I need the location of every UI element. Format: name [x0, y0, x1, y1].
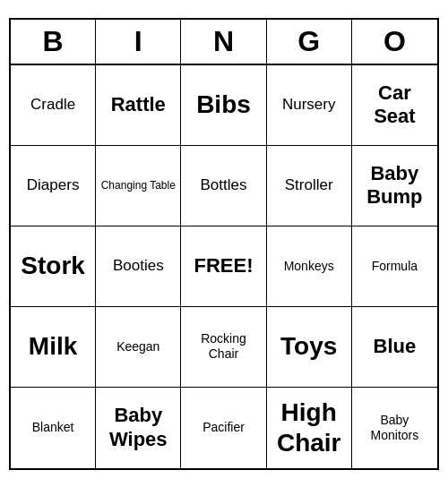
bingo-cell: Stroller [267, 146, 352, 226]
bingo-cell: Blue [352, 307, 437, 388]
bingo-cell: Cradle [11, 65, 96, 146]
cell-text: Milk [29, 331, 77, 362]
bingo-cell: Blanket [11, 388, 96, 468]
bingo-cell: Rattle [96, 65, 181, 146]
cell-text: Bottles [201, 176, 247, 194]
cell-text: Rocking Chair [185, 331, 262, 362]
bingo-cell: Car Seat [352, 65, 437, 146]
cell-text: Changing Table [101, 179, 176, 192]
bingo-cell: Formula [352, 226, 437, 307]
cell-text: Stroller [285, 176, 333, 194]
header-letter: G [267, 20, 352, 64]
cell-text: Pacifier [202, 420, 245, 435]
bingo-header: BINGO [11, 20, 437, 65]
bingo-cell: Baby Monitors [352, 388, 437, 468]
cell-text: Baby Wipes [99, 404, 177, 451]
bingo-cell: Rocking Chair [181, 307, 266, 388]
cell-text: Rattle [111, 93, 166, 116]
header-letter: I [96, 20, 181, 64]
cell-text: Car Seat [356, 81, 434, 129]
bingo-grid: CradleRattleBibsNurseryCar SeatDiapersCh… [11, 65, 437, 468]
bingo-cell: Changing Table [96, 146, 181, 226]
cell-text: Stork [21, 251, 85, 281]
cell-text: Formula [372, 259, 418, 274]
cell-text: Monkeys [284, 259, 334, 274]
bingo-cell: FREE! [181, 226, 266, 307]
bingo-cell: Booties [96, 226, 181, 307]
cell-text: Booties [113, 257, 164, 275]
bingo-cell: High Chair [267, 388, 352, 468]
header-letter: N [181, 20, 266, 64]
bingo-cell: Baby Bump [352, 146, 437, 226]
header-letter: B [11, 20, 96, 64]
cell-text: Baby Bump [356, 162, 434, 209]
bingo-cell: Milk [11, 307, 96, 388]
bingo-cell: Stork [11, 226, 96, 307]
bingo-card: BINGO CradleRattleBibsNurseryCar SeatDia… [9, 18, 439, 470]
cell-text: Cradle [30, 96, 75, 114]
cell-text: Baby Monitors [356, 413, 434, 443]
bingo-cell: Bibs [181, 65, 266, 146]
header-letter: O [352, 20, 437, 64]
cell-text: Blanket [32, 420, 74, 435]
cell-text: Nursery [282, 96, 336, 114]
cell-text: Diapers [27, 176, 80, 194]
bingo-cell: Diapers [11, 146, 96, 226]
bingo-cell: Toys [267, 307, 352, 388]
cell-text: FREE! [194, 254, 253, 278]
cell-text: Toys [280, 331, 337, 362]
bingo-cell: Pacifier [181, 388, 266, 468]
cell-text: Blue [374, 335, 417, 358]
bingo-cell: Keegan [96, 307, 181, 388]
cell-text: Keegan [116, 339, 159, 355]
bingo-cell: Monkeys [267, 226, 352, 307]
cell-text: High Chair [271, 397, 348, 457]
bingo-cell: Bottles [181, 146, 266, 226]
cell-text: Bibs [196, 90, 251, 120]
bingo-cell: Nursery [267, 65, 352, 146]
bingo-cell: Baby Wipes [96, 388, 181, 468]
